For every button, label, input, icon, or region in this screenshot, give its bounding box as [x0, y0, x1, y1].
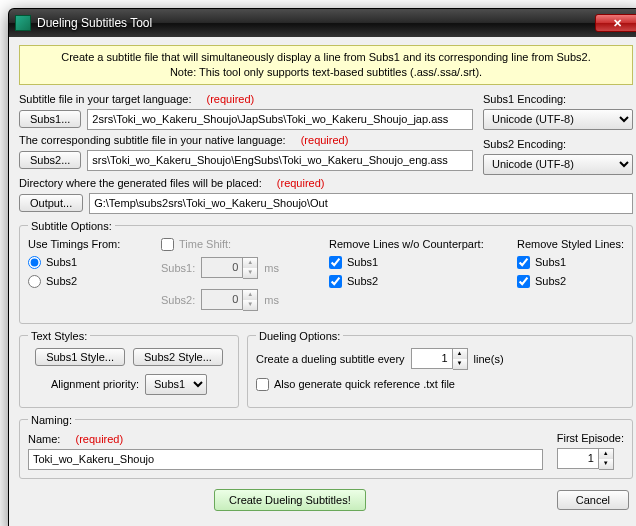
naming-legend: Naming: — [28, 414, 75, 426]
required-tag: (required) — [207, 93, 255, 105]
timings-subs1-radio[interactable]: Subs1 — [28, 256, 143, 269]
banner-line2: Note: This tool only supports text-based… — [26, 65, 626, 80]
shift-subs2-label: Subs2: — [161, 294, 195, 306]
spin-down-icon: ▼ — [599, 459, 613, 469]
text-styles-legend: Text Styles: — [28, 330, 90, 342]
app-icon — [15, 15, 31, 31]
dueling-every-label-pre: Create a dueling subtitle every — [256, 353, 405, 365]
subs1-encoding-select[interactable]: Unicode (UTF-8) — [483, 109, 633, 130]
remove-subs1-checkbox[interactable]: Subs1 — [329, 256, 499, 269]
dueling-every-spinner[interactable]: ▲▼ — [411, 348, 468, 370]
text-styles-group: Text Styles: Subs1 Style... Subs2 Style.… — [19, 330, 239, 408]
target-file-label: Subtitle file in your target language: — [19, 93, 191, 105]
quickref-checkbox[interactable]: Also generate quick reference .txt file — [256, 378, 624, 391]
spin-down-icon: ▼ — [453, 359, 467, 369]
required-tag: (required) — [301, 134, 349, 146]
native-file-label: The corresponding subtitle file in your … — [19, 134, 286, 146]
first-episode-spinner[interactable]: ▲▼ — [557, 448, 614, 470]
output-dir-label: Directory where the generated files will… — [19, 177, 262, 189]
output-path-input[interactable] — [89, 193, 633, 214]
dueling-options-group: Dueling Options: Create a dueling subtit… — [247, 330, 633, 408]
remove-styled-header: Remove Styled Lines: — [517, 238, 624, 250]
subs2-path-input[interactable] — [87, 150, 473, 171]
shift-subs1-label: Subs1: — [161, 262, 195, 274]
required-tag: (required) — [75, 433, 123, 445]
alignment-priority-label: Alignment priority: — [51, 378, 139, 390]
shift-subs2-spinner: ▲▼ — [201, 289, 258, 311]
subs2-style-button[interactable]: Subs2 Style... — [133, 348, 223, 366]
dueling-every-label-post: line(s) — [474, 353, 504, 365]
subs2-encoding-select[interactable]: Unicode (UTF-8) — [483, 154, 633, 175]
banner-line1: Create a subtitle file that will simulta… — [26, 50, 626, 65]
remove-counterpart-header: Remove Lines w/o Counterpart: — [329, 238, 499, 250]
create-dueling-button[interactable]: Create Dueling Subtitles! — [214, 489, 366, 511]
naming-group: Naming: Name: (required) First Episode: … — [19, 414, 633, 479]
shift-subs1-spinner: ▲▼ — [201, 257, 258, 279]
subs1-browse-button[interactable]: Subs1... — [19, 110, 81, 128]
subs2-encoding-label: Subs2 Encoding: — [483, 138, 633, 150]
cancel-button[interactable]: Cancel — [557, 490, 629, 510]
titlebar: Dueling Subtitles Tool ✕ — [9, 9, 636, 37]
required-tag: (required) — [277, 177, 325, 189]
output-browse-button[interactable]: Output... — [19, 194, 83, 212]
timings-subs2-radio[interactable]: Subs2 — [28, 275, 143, 288]
subs1-style-button[interactable]: Subs1 Style... — [35, 348, 125, 366]
subtitle-options-group: Subtitle Options: Use Timings From: Subs… — [19, 220, 633, 324]
remove-subs2-checkbox[interactable]: Subs2 — [329, 275, 499, 288]
timeshift-checkbox[interactable]: Time Shift: — [161, 238, 311, 251]
window-title: Dueling Subtitles Tool — [37, 16, 595, 30]
name-label: Name: — [28, 433, 60, 445]
timings-header: Use Timings From: — [28, 238, 143, 250]
subs1-path-input[interactable] — [87, 109, 473, 130]
styled-subs1-checkbox[interactable]: Subs1 — [517, 256, 624, 269]
dueling-options-legend: Dueling Options: — [256, 330, 343, 342]
client-area: Create a subtitle file that will simulta… — [9, 37, 636, 526]
name-input[interactable] — [28, 449, 543, 470]
close-button[interactable]: ✕ — [595, 14, 636, 32]
spin-up-icon: ▲ — [453, 349, 467, 359]
window: Dueling Subtitles Tool ✕ Create a subtit… — [8, 8, 636, 526]
info-banner: Create a subtitle file that will simulta… — [19, 45, 633, 85]
first-episode-label: First Episode: — [557, 432, 624, 444]
subs1-encoding-label: Subs1 Encoding: — [483, 93, 633, 105]
styled-subs2-checkbox[interactable]: Subs2 — [517, 275, 624, 288]
subtitle-options-legend: Subtitle Options: — [28, 220, 115, 232]
subs2-browse-button[interactable]: Subs2... — [19, 151, 81, 169]
alignment-priority-select[interactable]: Subs1 — [145, 374, 207, 395]
spin-up-icon: ▲ — [599, 449, 613, 459]
